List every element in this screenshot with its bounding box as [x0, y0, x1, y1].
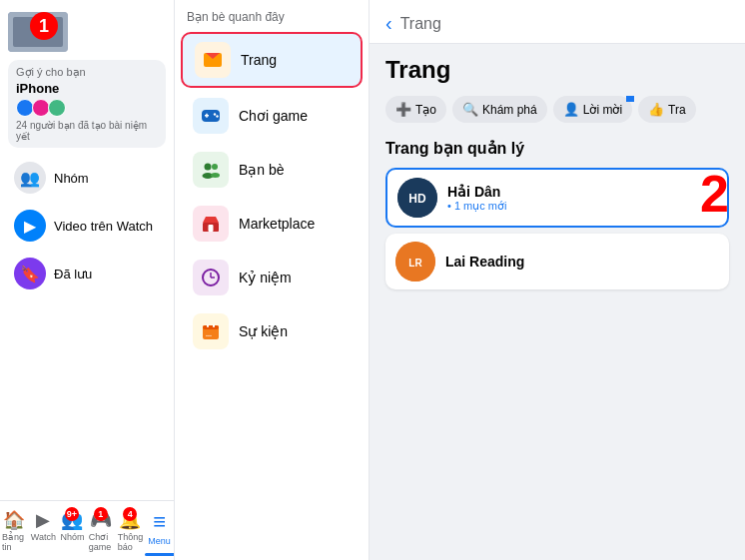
loiimoi-button[interactable]: 👤 Lời mời: [553, 96, 632, 123]
plus-icon: ➕: [395, 102, 411, 117]
middle-item-kyniem[interactable]: Kỷ niệm: [181, 252, 363, 303]
right-header: ‹ Trang: [370, 0, 745, 44]
middle-item-label: Trang: [241, 52, 277, 68]
left-panel: 1 Gợi ý cho bạn iPhone 24 người bạn đã t…: [0, 0, 175, 560]
bottom-nav-label: Menu: [148, 536, 171, 546]
middle-item-marketplace[interactable]: Marketplace: [181, 198, 363, 250]
page-item-haidau[interactable]: HD Hải Dân 1 mục mới: [385, 168, 729, 228]
left-nav-label: Video trên Watch: [54, 219, 153, 234]
svg-point-8: [212, 164, 218, 170]
svg-point-5: [214, 113, 216, 115]
suggestion-title: iPhone: [16, 81, 158, 96]
right-panel: ‹ Trang Trang ➕ Tạo 🔍 Khám phá 👤 Lời mời…: [370, 0, 745, 560]
bottom-nav-label: Nhóm: [60, 532, 84, 542]
menu-icon: ≡: [153, 509, 166, 535]
laireading-name: Lai Reading: [445, 254, 719, 270]
suggestion-desc: 24 người bạn đã tạo bài niệm yết: [16, 120, 158, 142]
back-button[interactable]: ‹: [385, 12, 392, 35]
svg-rect-18: [207, 324, 209, 327]
laireading-avatar: LR: [395, 242, 435, 281]
left-top: 1 Gợi ý cho bạn iPhone 24 người bạn đã t…: [0, 0, 174, 500]
svg-rect-17: [203, 325, 219, 329]
number-label-2: 2: [700, 168, 729, 220]
left-nav-item-saved[interactable]: 🔖 Đã lưu: [8, 250, 166, 297]
friend-avatar: [48, 99, 66, 117]
tra-label: Tra: [668, 103, 686, 117]
bottom-nav-label: Chơi game: [89, 532, 114, 552]
tao-label: Tạo: [415, 103, 436, 117]
svg-point-10: [211, 173, 220, 178]
memories-icon: [193, 260, 229, 295]
bottom-nav-menu[interactable]: ≡ Menu: [145, 505, 174, 556]
home-icon: 🏠: [3, 509, 25, 531]
left-nav-label: Đã lưu: [54, 267, 92, 281]
page-title: Trang: [385, 56, 729, 84]
nhom-badge: 9+: [65, 507, 79, 521]
watch-icon: ▶: [36, 509, 50, 531]
middle-item-sukien[interactable]: ... Sự kiện: [181, 305, 363, 357]
middle-item-trang[interactable]: Trang: [181, 32, 363, 88]
page-item-laireading[interactable]: LR Lai Reading: [385, 234, 729, 289]
badge-1: 1: [30, 12, 58, 40]
video-icon: ▶: [14, 210, 46, 242]
middle-item-label: Sự kiện: [239, 323, 288, 339]
haidau-info: Hải Dân 1 mục mới: [447, 184, 717, 213]
middle-item-choigame[interactable]: Chơi game: [181, 90, 363, 142]
bottom-nav-label: Watch: [31, 532, 56, 542]
haidau-name: Hải Dân: [447, 184, 717, 200]
header-title: Trang: [400, 15, 441, 33]
bottom-nav-thongbao[interactable]: 4 🔔 Thông báo: [116, 505, 146, 556]
marketplace-icon: [193, 206, 229, 242]
tra-button[interactable]: 👍 Tra: [638, 96, 696, 123]
middle-item-label: Kỷ niệm: [239, 270, 292, 285]
left-nav-item-nhom[interactable]: 👥 Nhóm: [8, 154, 166, 202]
khampha-button[interactable]: 🔍 Khám phá: [452, 96, 547, 123]
suggestion-label: Gợi ý cho bạn: [16, 66, 158, 79]
invite-icon: 👤: [563, 102, 579, 117]
profile-area: 1: [8, 8, 166, 60]
middle-panel: Bạn bè quanh đây Trang Chơ: [175, 0, 370, 560]
section-title: Trang bạn quản lý: [385, 139, 729, 158]
bottom-nav-label: Thông báo: [118, 532, 144, 552]
middle-item-label: Bạn bè: [239, 162, 285, 178]
events-icon: ...: [193, 313, 229, 349]
middle-item-label: Chơi game: [239, 108, 308, 124]
bottom-nav-bantin[interactable]: 🏠 Bảng tin: [0, 505, 29, 556]
svg-text:HD: HD: [408, 192, 426, 206]
khampha-label: Khám phá: [482, 103, 537, 117]
middle-item-label: Marketplace: [239, 216, 315, 232]
bottom-nav-watch[interactable]: ▶ Watch: [29, 505, 58, 556]
right-content: Trang ➕ Tạo 🔍 Khám phá 👤 Lời mời 👍 Tra T…: [370, 44, 745, 560]
game-icon: [193, 98, 229, 134]
bottom-nav-choigame[interactable]: 1 🎮 Chơi game: [87, 505, 116, 556]
suggestion-box[interactable]: Gợi ý cho bạn iPhone 24 người bạn đã tạo…: [8, 60, 166, 148]
tao-button[interactable]: ➕ Tạo: [385, 96, 446, 123]
bottom-nav-nhom[interactable]: 9+ 👥 Nhóm: [58, 505, 87, 556]
laireading-info: Lai Reading: [445, 254, 719, 270]
game-badge: 1: [94, 507, 108, 521]
group-icon: 👥: [14, 162, 46, 194]
loiimoi-label: Lời mời: [583, 103, 622, 117]
svg-rect-19: [213, 324, 215, 327]
active-indicator: [145, 553, 175, 556]
middle-item-bande[interactable]: Bạn bè: [181, 144, 363, 196]
left-nav-item-video[interactable]: ▶ Video trên Watch: [8, 202, 166, 250]
suggestion-friends: [16, 99, 158, 117]
haidau-avatar: HD: [397, 178, 437, 218]
like-icon: 👍: [648, 102, 664, 117]
svg-text:...: ...: [206, 330, 212, 337]
middle-items-list: Trang Chơi game: [175, 30, 369, 560]
bottom-navigation: 🏠 Bảng tin ▶ Watch 9+ 👥 Nhóm 1 🎮 Chơi ga…: [0, 500, 174, 560]
svg-point-7: [205, 164, 212, 171]
action-buttons: ➕ Tạo 🔍 Khám phá 👤 Lời mời 👍 Tra: [385, 96, 729, 123]
haidau-sub: 1 mục mới: [447, 200, 717, 213]
explore-icon: 🔍: [462, 102, 478, 117]
svg-point-6: [216, 115, 218, 117]
friends-icon: [193, 152, 229, 188]
saved-icon: 🔖: [14, 258, 46, 289]
invite-dot: [626, 96, 634, 102]
middle-header: Bạn bè quanh đây: [175, 0, 369, 30]
svg-rect-4: [206, 114, 208, 118]
left-nav-label: Nhóm: [54, 171, 89, 186]
bottom-nav-label: Bảng tin: [2, 532, 27, 552]
